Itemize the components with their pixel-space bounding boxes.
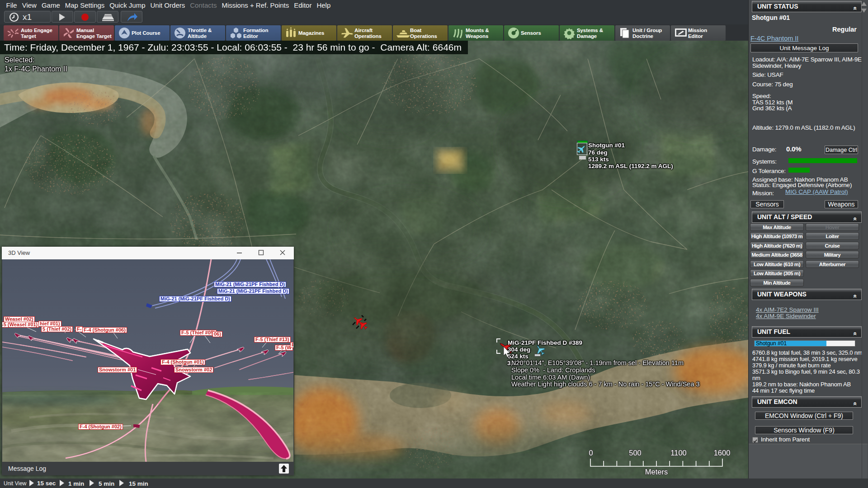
svg-text:1100: 1100 bbox=[670, 449, 686, 457]
svg-text:Meters: Meters bbox=[645, 468, 668, 476]
svg-text:0: 0 bbox=[589, 449, 593, 457]
svg-text:1600: 1600 bbox=[714, 449, 731, 457]
svg-text:500: 500 bbox=[629, 449, 642, 457]
